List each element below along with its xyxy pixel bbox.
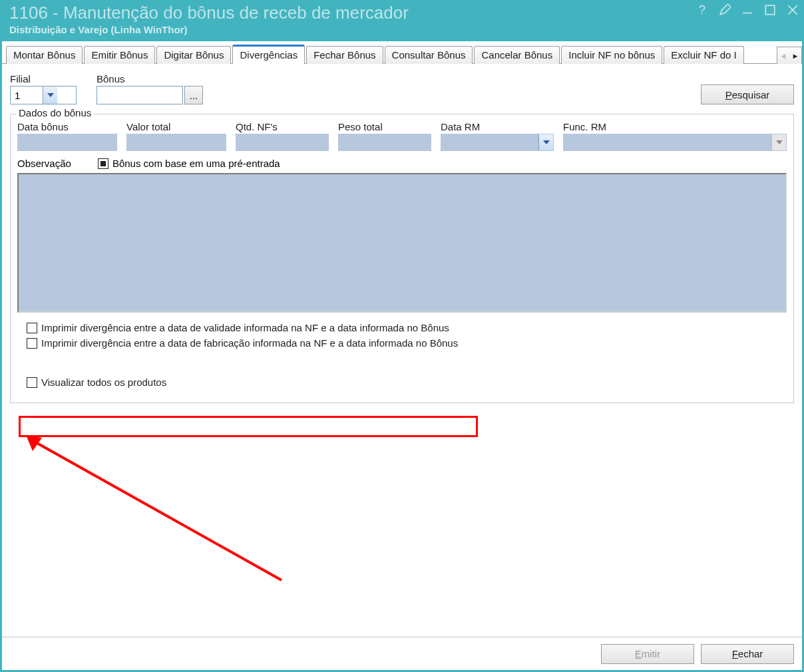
pre-entrada-checkbox-icon	[98, 158, 108, 169]
fechar-button[interactable]: Fechar	[701, 644, 794, 664]
valor-total-label: Valor total	[126, 121, 226, 132]
peso-total-label: Peso total	[338, 121, 431, 132]
func-rm-dropdown-icon[interactable]	[771, 134, 786, 150]
tab-scroll: ◄ ►	[777, 47, 802, 64]
svg-marker-4	[47, 93, 54, 97]
div-fabricacao-label: Imprimir divergência entre a data de fab…	[41, 337, 458, 349]
data-rm-combo[interactable]	[441, 134, 554, 151]
tab-scroll-left-icon[interactable]: ◄	[777, 47, 789, 64]
qtd-nfs-field	[236, 134, 329, 151]
tab-incluir-nf-bonus[interactable]: Incluir NF no bônus	[561, 46, 662, 64]
filial-label: Filial	[10, 73, 77, 84]
filial-input[interactable]	[11, 86, 43, 104]
search-button[interactable]: Pesquisar	[701, 84, 794, 104]
annotation-arrow-icon	[23, 435, 303, 595]
data-bonus-field	[17, 134, 117, 151]
data-rm-label: Data RM	[441, 121, 554, 132]
valor-total-field	[126, 134, 226, 151]
func-rm-combo[interactable]	[563, 134, 787, 151]
func-rm-label: Func. RM	[563, 121, 787, 132]
div-validade-checkbox[interactable]	[27, 323, 37, 333]
emitir-button[interactable]: Emitir	[601, 644, 694, 664]
observacao-label: Observação	[17, 158, 71, 169]
vis-todos-label: Visualizar todos os produtos	[41, 377, 166, 388]
edit-icon[interactable]	[719, 4, 731, 16]
filial-dropdown-icon[interactable]	[43, 86, 57, 104]
observacao-textarea[interactable]	[17, 173, 787, 313]
maximize-icon[interactable]	[764, 4, 776, 16]
window-title: 1106 - Manutenção do bônus de receb de m…	[9, 3, 797, 23]
tab-cancelar-bonus[interactable]: Cancelar Bônus	[474, 46, 560, 64]
svg-marker-5	[543, 140, 550, 144]
help-icon[interactable]: ?	[696, 4, 708, 16]
svg-marker-6	[776, 140, 783, 144]
svg-rect-1	[765, 5, 775, 15]
pre-entrada-label: Bônus com base em uma pré-entrada	[112, 158, 280, 169]
dados-bonus-legend: Dados do bônus	[16, 107, 94, 118]
data-rm-dropdown-icon[interactable]	[538, 134, 553, 150]
tabstrip: Montar Bônus Emitir Bônus Digitar Bônus …	[2, 41, 802, 64]
tab-consultar-bonus[interactable]: Consultar Bônus	[385, 46, 473, 64]
tab-excluir-nf-bonus[interactable]: Excluir NF do I	[664, 46, 743, 64]
tab-scroll-right-icon[interactable]: ►	[789, 47, 801, 64]
qtd-nfs-label: Qtd. NF's	[236, 121, 329, 132]
tab-fechar-bonus[interactable]: Fechar Bônus	[306, 46, 383, 64]
bonus-label: Bônus	[97, 73, 210, 84]
peso-total-field	[338, 134, 431, 151]
tab-emitir-bonus[interactable]: Emitir Bônus	[84, 46, 155, 64]
tab-divergencias[interactable]: Divergências	[232, 45, 305, 64]
filial-combo[interactable]	[10, 86, 77, 104]
titlebar: 1106 - Manutenção do bônus de receb de m…	[0, 0, 804, 41]
bonus-input[interactable]	[97, 86, 183, 104]
dados-bonus-group: Dados do bônus Data bônus Valor total Qt…	[10, 114, 794, 403]
annotation-highlight-box	[19, 416, 478, 437]
div-fabricacao-checkbox[interactable]	[27, 338, 37, 349]
window-subtitle: Distribuição e Varejo (Linha WinThor)	[9, 24, 797, 35]
data-bonus-label: Data bônus	[17, 121, 117, 132]
svg-line-7	[30, 439, 282, 580]
bonus-browse-button[interactable]: ...	[184, 86, 203, 104]
pre-entrada-checkbox[interactable]: Bônus com base em uma pré-entrada	[98, 158, 280, 169]
vis-todos-checkbox[interactable]	[27, 377, 37, 388]
close-icon[interactable]	[787, 4, 799, 16]
minimize-icon[interactable]	[741, 4, 753, 16]
tab-digitar-bonus[interactable]: Digitar Bônus	[156, 46, 231, 64]
tab-montar-bonus[interactable]: Montar Bônus	[6, 46, 83, 64]
div-validade-label: Imprimir divergência entre a data de val…	[41, 322, 449, 333]
footer-bar: Emitir Fechar	[2, 637, 802, 670]
svg-marker-8	[26, 435, 42, 451]
